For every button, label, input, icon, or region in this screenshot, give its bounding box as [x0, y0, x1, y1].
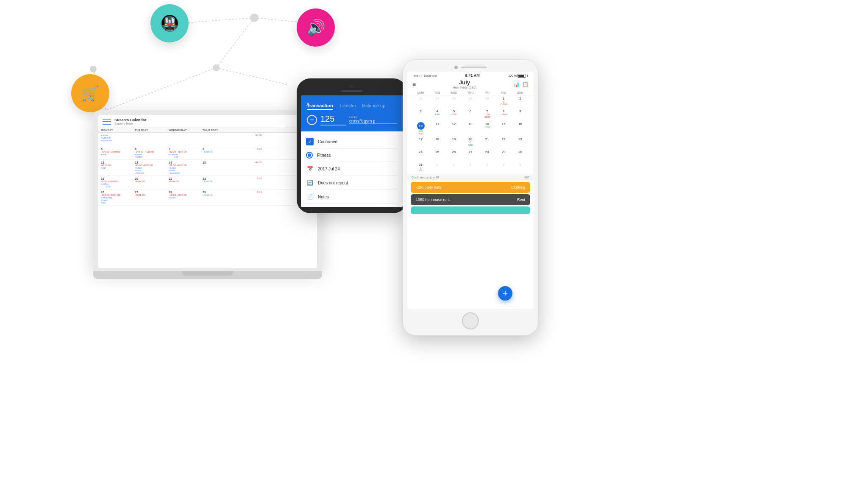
phone2-speaker [461, 67, 487, 68]
table-row: 19-5.00 -4544.00• coffee-5.00 20-4544.00… [98, 176, 317, 189]
cal-cell[interactable]: 16 [512, 121, 529, 136]
cal-cell[interactable]: 9 [512, 109, 529, 120]
cal-cell[interactable]: 12 [445, 121, 462, 136]
cal-cell[interactable]: 1 [429, 162, 445, 174]
cal-cell[interactable]: 43000 [429, 109, 445, 120]
cal-cell[interactable]: 6 [462, 109, 479, 120]
laptop-base [93, 271, 322, 279]
day-sun: SUN [512, 91, 529, 94]
close-icon[interactable]: × [306, 100, 310, 108]
cal-cell[interactable]: 19 [445, 136, 462, 148]
cal-cell[interactable]: 10-1000 [495, 96, 512, 108]
cal-cell[interactable]: 141000 [479, 121, 495, 136]
month-title: July [453, 79, 476, 86]
cal-cell[interactable]: 3 [462, 162, 479, 174]
category-row[interactable]: Fitness [306, 149, 398, 162]
cal-cell-today[interactable]: 10 600 -420 [412, 121, 429, 136]
transaction-item-teal[interactable] [411, 206, 530, 214]
cal-cell[interactable]: 27 [429, 96, 445, 108]
cal-cell[interactable]: 18 [429, 136, 445, 148]
svg-line-2 [216, 18, 254, 68]
battery-icon [517, 74, 526, 78]
hamburger-icon [103, 119, 111, 125]
phone2-screen: ●●●○○ Dollarbird 9:41 AM 100 % ≡ July He [407, 72, 534, 309]
confirmed-row[interactable]: ✓ Confirmed [306, 135, 398, 149]
calendar-week-4: 17 18 19 200580 21 22 23 [407, 136, 534, 149]
day-tue: TUE [429, 91, 445, 94]
tab-transfer[interactable]: Transfer [339, 103, 356, 110]
calendar-view-icons: 📊 📋 [513, 81, 529, 87]
spreadsheet-subtitle: Susan's Team [114, 122, 146, 125]
cal-cell[interactable]: 200580 [462, 136, 479, 148]
repeat-row[interactable]: 🔄 Does not repeat [306, 176, 398, 190]
txn-label: 1350 henhouse rent [416, 198, 450, 202]
cal-cell[interactable]: 310580 [412, 162, 429, 174]
date-label: 2017 Jul 24 [318, 167, 340, 171]
cal-cell[interactable]: 11 [429, 121, 445, 136]
notes-row[interactable]: 📄 Notes [306, 190, 398, 204]
transaction-item-party-hats[interactable]: -250 party hats Clothing [411, 182, 530, 193]
cal-cell[interactable]: 29 [462, 96, 479, 108]
home-button[interactable] [462, 312, 479, 329]
ios-status-bar: ●●●○○ Dollarbird 9:41 AM 100 % [407, 72, 534, 78]
cal-cell[interactable]: 15 [495, 121, 512, 136]
label-field[interactable]: Label crossfit gym p [349, 116, 397, 124]
music-bubble: 🔊 [297, 8, 335, 47]
date-row[interactable]: 📅 2017 Jul 24 [306, 162, 398, 176]
day-labels: MON TUE WED THU FRI SAT SUN [407, 89, 534, 95]
laptop-notch [182, 271, 233, 276]
transaction-item-rent[interactable]: 1350 henhouse rent Rent [411, 194, 530, 205]
transaction-body: ✓ Confirmed Fitness 📅 2017 Jul 24 🔄 Does… [301, 131, 403, 207]
chart-icon[interactable]: 📊 [513, 81, 520, 87]
cal-cell[interactable]: 27 [462, 149, 479, 161]
cal-cell[interactable]: 6 [512, 162, 529, 174]
txn-category: Clothing [511, 185, 525, 189]
cal-cell[interactable]: 7-120-1200 [479, 109, 495, 120]
cal-cell[interactable]: 29 [495, 149, 512, 161]
cal-cell[interactable]: 5 [495, 162, 512, 174]
svg-line-0 [178, 18, 254, 23]
col-tuesday: TUESDAY [135, 129, 169, 131]
cart-icon: 🛒 [81, 85, 99, 102]
cal-cell[interactable]: 21 [479, 136, 495, 148]
phone2-outer: ●●●○○ Dollarbird 9:41 AM 100 % ≡ July He [403, 59, 538, 336]
cal-cell[interactable]: 4 [479, 162, 495, 174]
music-icon: 🔊 [306, 19, 326, 36]
add-transaction-button[interactable]: + [498, 286, 512, 301]
cal-cell[interactable]: 2 [445, 162, 462, 174]
minus-button[interactable]: − [307, 115, 317, 125]
confirmed-label: Confirmed on july 10 [412, 176, 439, 179]
cal-cell[interactable]: 30 [479, 96, 495, 108]
cart-bubble: 🛒 [71, 74, 109, 112]
spreadsheet-app: Susan's Calendar Susan's Team MONDAY TUE… [98, 115, 317, 268]
tab-transaction[interactable]: Transaction [307, 103, 333, 110]
cal-cell[interactable]: 23 [512, 136, 529, 148]
cal-cell[interactable]: 28 [479, 149, 495, 161]
phone1-mockup: × Transaction Transfer Balance up − 125 … [297, 78, 407, 213]
day-fri: FRI [479, 91, 495, 94]
laptop-mockup: Susan's Calendar Susan's Team MONDAY TUE… [93, 110, 322, 279]
tab-balance[interactable]: Balance up [362, 103, 385, 110]
cal-cell[interactable]: 30 [512, 149, 529, 161]
hamburger-menu-icon[interactable]: ≡ [412, 81, 416, 88]
cal-cell[interactable]: 22 [495, 136, 512, 148]
checkbox-icon: ✓ [306, 138, 314, 145]
cal-cell[interactable]: 26 [412, 96, 429, 108]
cal-cell[interactable]: 26 [445, 149, 462, 161]
cal-cell[interactable]: 8-1600 [495, 109, 512, 120]
cal-cell[interactable]: 2 [512, 96, 529, 108]
list-icon[interactable]: 📋 [522, 81, 529, 87]
cal-cell[interactable]: 17 [412, 136, 429, 148]
cal-cell[interactable]: 28 [445, 96, 462, 108]
cal-cell[interactable]: 13 [462, 121, 479, 136]
notes-icon: 📄 [306, 193, 314, 201]
label-hint: Label [349, 116, 397, 119]
cal-cell[interactable]: 24 [412, 149, 429, 161]
radio-icon [306, 152, 313, 159]
notes-label: Notes [318, 195, 329, 199]
phone2-mockup: ●●●○○ Dollarbird 9:41 AM 100 % ≡ July He [403, 59, 538, 336]
amount-value: 125 [320, 114, 334, 123]
cal-cell[interactable]: 5-100 [445, 109, 462, 120]
cal-cell[interactable]: 25 [429, 149, 445, 161]
cal-cell[interactable]: 3 [412, 109, 429, 120]
